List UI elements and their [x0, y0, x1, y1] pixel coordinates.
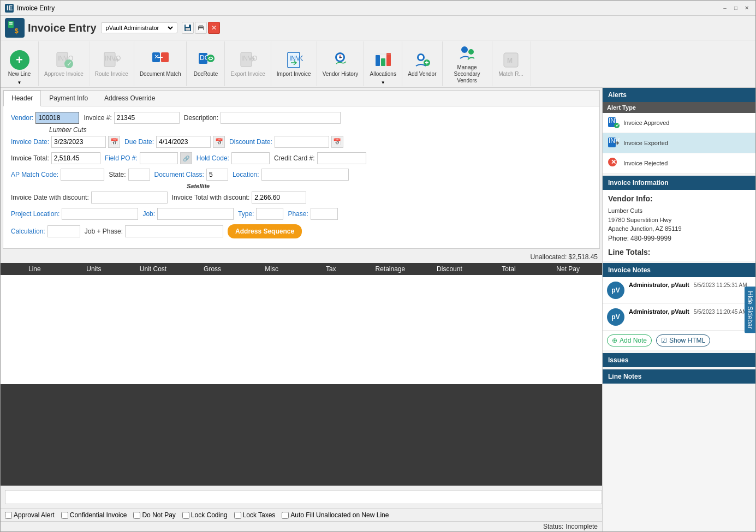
phase-input[interactable] — [311, 208, 338, 220]
tab-payment-info[interactable]: Payment Info — [41, 91, 96, 106]
app-icon: IE — [5, 4, 14, 13]
svg-rect-32 — [376, 55, 380, 66]
svg-point-39 — [461, 46, 468, 53]
form-row-7: Calculation: Job + Phase: Address Sequen… — [11, 224, 592, 238]
ap-match-group: AP Match Code: — [11, 169, 104, 181]
location-input[interactable] — [261, 169, 349, 181]
form-row-3: Invoice Total: Field PO #: 🔗 Hold Code: — [11, 152, 592, 164]
alerts-column-header: Alert Type — [603, 102, 755, 113]
do-not-pay-input[interactable] — [133, 512, 140, 519]
discount-date-input[interactable] — [275, 136, 329, 148]
hold-code-label: Hold Code: — [197, 154, 229, 162]
job-input[interactable] — [157, 208, 234, 220]
lock-taxes-checkbox[interactable]: Lock Taxes — [234, 511, 276, 519]
job-group: Job: — [142, 208, 234, 220]
lock-taxes-input[interactable] — [234, 512, 241, 519]
bottom-input[interactable] — [5, 490, 602, 504]
import-invoice-button[interactable]: INVOICE Import Invoice — [271, 41, 317, 86]
tab-address-override[interactable]: Address Override — [96, 91, 163, 106]
credit-card-input[interactable] — [317, 152, 366, 164]
lock-coding-checkbox[interactable]: Lock Coding — [182, 511, 228, 519]
invoice-date-group: Invoice Date: 📅 — [11, 136, 120, 148]
vendor-group: Vendor: — [11, 112, 79, 124]
description-input[interactable] — [221, 112, 341, 124]
invoice-notes-section: Invoice Notes pV Administrator, pVault 5… — [603, 263, 755, 350]
project-location-input[interactable] — [62, 208, 138, 220]
invoice-date-input[interactable] — [51, 136, 106, 148]
discount-date-calendar[interactable]: 📅 — [331, 136, 343, 148]
approval-alert-input[interactable] — [5, 512, 12, 519]
address-sequence-button[interactable]: Address Sequence — [228, 224, 302, 238]
issues-section: Issues — [603, 353, 755, 367]
svg-text:+: + — [425, 59, 429, 67]
auto-fill-input[interactable] — [282, 512, 289, 519]
svg-text:✕: ✕ — [154, 53, 159, 61]
type-group: Type: — [238, 208, 283, 220]
alert-exported-icon: INVOICE — [607, 136, 620, 150]
status-label: Status: — [543, 523, 563, 530]
vendor-history-button[interactable]: Vendor History — [317, 41, 365, 86]
invoice-total-group: Invoice Total: — [11, 152, 100, 164]
field-po-input[interactable] — [140, 152, 178, 164]
add-note-button[interactable]: ⊕ Add Note — [607, 334, 652, 346]
user-dropdown[interactable]: pVault Administrator — [101, 22, 177, 33]
title-bar: IE Invoice Entry – □ ✕ — [1, 1, 755, 16]
show-html-icon: ☑ — [661, 337, 667, 344]
confidential-invoice-label: Confidential Invoice — [70, 511, 127, 519]
vendor-input[interactable] — [35, 112, 79, 124]
docroute-button[interactable]: DOC DocRoute — [187, 41, 225, 86]
inv-date-discount-input[interactable] — [91, 192, 168, 204]
close-button[interactable]: ✕ — [742, 4, 751, 13]
approve-invoice-button[interactable]: INVOICE ✓ Approve Invoice — [39, 41, 90, 86]
allocations-button[interactable]: Allocations ▼ — [364, 41, 402, 86]
save-button[interactable] — [182, 22, 194, 34]
new-line-button[interactable]: + New Line ▼ — [1, 41, 39, 86]
job-phase-input[interactable] — [125, 225, 223, 237]
svg-rect-34 — [386, 53, 391, 66]
field-po-action[interactable]: 🔗 — [180, 152, 192, 164]
invoice-total-input[interactable] — [51, 152, 100, 164]
sidebar-toggle-button[interactable]: Hide Sidebar — [745, 286, 755, 333]
col-units: Units — [64, 265, 124, 273]
add-vendor-button[interactable]: + Add Vendor — [402, 41, 442, 86]
alerts-header: Alerts — [603, 88, 755, 102]
confidential-invoice-checkbox[interactable]: Confidential Invoice — [61, 511, 127, 519]
calculation-input[interactable] — [47, 225, 80, 237]
alert-approved[interactable]: INVOICE ✓ Invoice Approved — [603, 113, 755, 133]
alert-approved-icon: INVOICE ✓ — [607, 116, 620, 129]
due-date-input[interactable] — [156, 136, 211, 148]
match-r-button[interactable]: M Match R... — [492, 41, 531, 86]
ap-match-input[interactable] — [61, 169, 104, 181]
close-form-button[interactable]: ✕ — [208, 22, 220, 34]
doc-class-input[interactable] — [206, 169, 228, 181]
doc-class-note-row: Satellite — [11, 183, 592, 189]
invoice-num-input[interactable] — [114, 112, 180, 124]
alert-rejected-label: Invoice Rejected — [623, 160, 668, 166]
note-avatar-2: pV — [607, 308, 624, 326]
inv-total-discount-input[interactable] — [252, 192, 306, 204]
alert-rejected[interactable]: ✕ Invoice Rejected — [603, 153, 755, 174]
due-date-calendar[interactable]: 📅 — [213, 136, 225, 148]
note-avatar-1: pV — [607, 282, 624, 299]
state-input[interactable] — [128, 169, 150, 181]
approval-alert-checkbox[interactable]: Approval Alert — [5, 511, 55, 519]
auto-fill-checkbox[interactable]: Auto Fill Unallocated on New Line — [282, 511, 389, 519]
lock-coding-input[interactable] — [182, 512, 189, 519]
invoice-date-calendar[interactable]: 📅 — [108, 136, 120, 148]
tab-header[interactable]: Header — [3, 91, 41, 106]
alert-exported[interactable]: INVOICE Invoice Exported — [603, 133, 755, 153]
hold-code-input[interactable] — [231, 152, 270, 164]
minimize-button[interactable]: – — [721, 4, 729, 13]
do-not-pay-checkbox[interactable]: Do Not Pay — [133, 511, 175, 519]
print-button[interactable] — [195, 22, 207, 34]
user-select[interactable]: pVault Administrator — [104, 24, 175, 32]
route-invoice-button[interactable]: INVOICE Route Invoice — [90, 41, 134, 86]
maximize-button[interactable]: □ — [731, 4, 740, 13]
manage-secondary-button[interactable]: Manage Secondary Vendors — [443, 41, 492, 86]
export-invoice-button[interactable]: INVOICE Export Invoice — [225, 41, 271, 86]
confidential-invoice-input[interactable] — [61, 512, 68, 519]
show-html-button[interactable]: ☑ Show HTML — [656, 334, 710, 346]
type-input[interactable] — [256, 208, 283, 220]
document-match-button[interactable]: ✕ Document Match — [134, 41, 187, 86]
grid-body[interactable] — [1, 275, 602, 384]
